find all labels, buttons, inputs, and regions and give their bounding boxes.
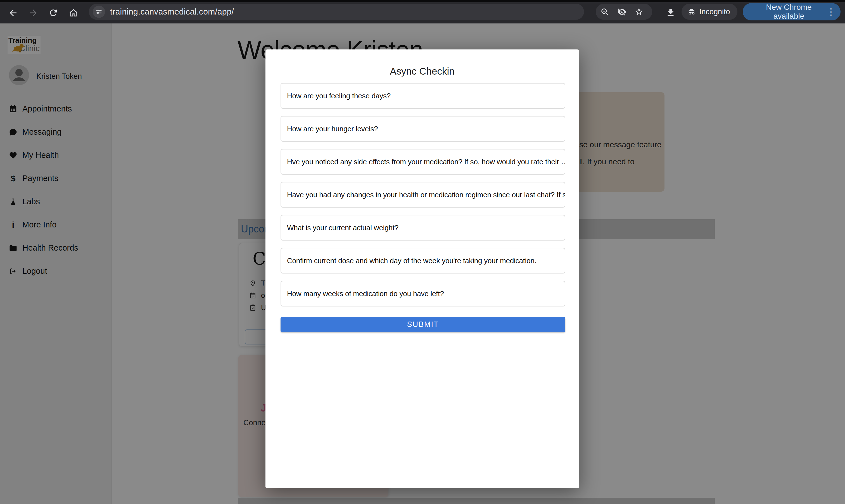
browser-toolbar: training.canvasmedical.com/app/ Incognit… xyxy=(0,0,845,23)
async-checkin-modal: Async Checkin How are you feeling these … xyxy=(266,50,579,488)
checkin-question-field-2[interactable]: How are your hunger levels? xyxy=(281,116,565,142)
address-bar-actions xyxy=(596,4,652,20)
checkin-question-field-1[interactable]: How are you feeling these days? xyxy=(281,83,565,109)
checkin-question-field-3[interactable]: Hve you noticed any side effects from yo… xyxy=(281,149,565,175)
url-text: training.canvasmedical.com/app/ xyxy=(110,7,234,17)
home-icon xyxy=(69,8,78,18)
arrow-forward-icon xyxy=(28,8,38,18)
incognito-label: Incognito xyxy=(699,7,730,16)
back-button[interactable] xyxy=(5,5,21,21)
eye-off-icon[interactable] xyxy=(617,7,627,17)
reload-button[interactable] xyxy=(45,5,61,21)
site-settings-button[interactable] xyxy=(93,5,105,18)
checkin-question-field-4[interactable]: Have you had any changes in your health … xyxy=(281,182,565,208)
chrome-update-label: New Chrome available xyxy=(751,3,827,21)
modal-title: Async Checkin xyxy=(266,66,579,77)
checkin-question-field-5[interactable]: What is your current actual weight? xyxy=(281,215,565,240)
chrome-update-button[interactable]: New Chrome available ⋮ xyxy=(743,3,841,20)
incognito-badge: Incognito xyxy=(682,4,737,20)
reload-icon xyxy=(48,8,58,18)
incognito-spy-icon xyxy=(687,7,696,16)
bookmark-star-icon[interactable] xyxy=(634,7,644,17)
submit-button[interactable]: SUBMIT xyxy=(281,317,565,332)
forward-button[interactable] xyxy=(25,5,41,21)
checkin-question-list: How are you feeling these days? How are … xyxy=(281,83,565,306)
browser-menu-icon[interactable]: ⋮ xyxy=(827,7,835,16)
home-button[interactable] xyxy=(66,5,82,21)
checkin-question-field-7[interactable]: How many weeks of medication do you have… xyxy=(281,281,565,306)
arrow-back-icon xyxy=(8,8,18,18)
checkin-question-field-6[interactable]: Confirm current dose and which day of th… xyxy=(281,248,565,273)
zoom-out-icon[interactable] xyxy=(600,7,609,17)
tune-icon xyxy=(95,8,102,15)
address-bar[interactable]: training.canvasmedical.com/app/ xyxy=(89,4,584,20)
downloads-button[interactable] xyxy=(663,5,679,20)
download-icon xyxy=(666,7,676,18)
